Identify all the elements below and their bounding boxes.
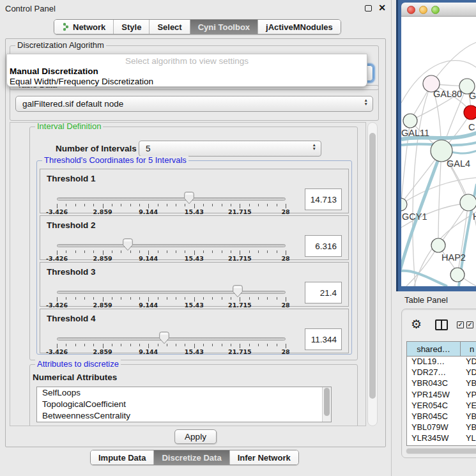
shared-name-cell[interactable]: YDL19… (407, 357, 461, 367)
tab-cyni-toolbox[interactable]: Cyni Toolbox (190, 20, 257, 34)
name-cell[interactable]: YDL1 (461, 357, 476, 367)
tick-mark (286, 297, 286, 302)
shared-name-cell[interactable]: YBR043C (407, 378, 461, 389)
name-cell[interactable]: YBR0 (461, 411, 476, 422)
table-row[interactable]: YPR145W YPR1 (407, 390, 476, 401)
slider-track[interactable] (57, 197, 286, 201)
attribute-list-item[interactable]: SelfLoops (37, 387, 331, 399)
slider-track[interactable] (57, 291, 286, 294)
float-window-icon[interactable] (365, 5, 372, 12)
slider[interactable]: -3.4262.8599.14415.4321.71528 (57, 309, 286, 353)
column-header-name[interactable]: n (461, 342, 476, 356)
table-data-combo[interactable]: galFiltered.sif default node ▲▼ (15, 96, 373, 112)
vertical-scrollbar[interactable] (367, 122, 378, 426)
list-scrollbar[interactable] (322, 387, 331, 422)
slider-track[interactable] (57, 337, 286, 341)
column-header-shared-name[interactable]: shared… (407, 342, 461, 356)
tab-jactivemnodules[interactable]: jActiveMNodules (257, 20, 341, 34)
slider-thumb[interactable] (184, 192, 194, 204)
tick-mark (57, 344, 58, 348)
table-row[interactable]: YBL079W YBL0 (407, 422, 476, 433)
shared-name-cell[interactable]: YIL052C (407, 445, 461, 447)
slider-scale-labels: -3.4262.8599.14415.4321.71528 (57, 255, 286, 261)
slider-thumb[interactable] (159, 332, 169, 344)
network-node[interactable] (431, 238, 445, 252)
shared-name-cell[interactable]: YER054C (407, 401, 461, 411)
tab-select[interactable]: Select (149, 20, 189, 34)
threshold-value-field[interactable]: 14.713 (305, 188, 342, 210)
table-row[interactable]: YBR045C YBR0 (407, 411, 476, 422)
name-cell[interactable]: YER0 (461, 401, 476, 411)
apply-button[interactable]: Apply (174, 429, 217, 444)
table-row[interactable]: YLR345W YLR3 (407, 433, 476, 444)
attributes-listbox[interactable]: SelfLoopsTopologicalCoefficientBetweenne… (36, 387, 332, 422)
scale-tick-label: -3.426 (46, 208, 68, 215)
network-window-titlebar[interactable] (401, 3, 476, 17)
attribute-list-item[interactable]: TopologicalCoefficient (37, 399, 331, 410)
network-node[interactable] (450, 268, 464, 282)
list-scrollbar-thumb[interactable] (324, 388, 330, 416)
tick-mark (258, 250, 259, 253)
table-row[interactable]: YDR27… YDR2 (407, 367, 476, 378)
gear-icon[interactable]: ⚙ (411, 318, 422, 330)
tick-mark (121, 297, 121, 300)
network-node[interactable] (403, 114, 417, 128)
tab-infer-network[interactable]: Infer Network (229, 450, 298, 464)
slider-thumb[interactable] (123, 238, 133, 251)
tab-style[interactable]: Style (113, 20, 149, 34)
name-cell[interactable]: YBR0 (461, 378, 476, 389)
zoom-traffic-light[interactable] (431, 6, 440, 14)
close-icon[interactable]: ✕ (378, 3, 386, 13)
tick-mark (130, 250, 131, 253)
network-node[interactable] (460, 194, 476, 211)
table-row[interactable]: YDL19… YDL1 (407, 357, 476, 367)
shared-name-cell[interactable]: YPR145W (407, 390, 461, 401)
split-view-icon[interactable] (435, 319, 448, 330)
threshold-value-field[interactable]: 11.344 (305, 328, 342, 350)
table-row[interactable]: YIL052C YIL0 (407, 445, 476, 447)
tick-mark (267, 297, 268, 300)
shared-name-cell[interactable]: YLR345W (407, 433, 461, 444)
slider[interactable]: -3.4262.8599.14415.4321.71528 (57, 216, 286, 259)
horizontal-scrollbar[interactable] (406, 448, 476, 454)
tab-discretize-data[interactable]: Discretize Data (153, 450, 229, 464)
slider-track[interactable] (57, 244, 286, 247)
horizontal-scrollbar-thumb[interactable] (406, 449, 476, 454)
popup-item-equal-width[interactable]: Equal Width/Frequency Discretization (7, 77, 367, 87)
name-cell[interactable]: YLR3 (461, 433, 476, 444)
minimize-traffic-light[interactable] (419, 6, 427, 14)
name-cell[interactable]: YBL0 (461, 422, 476, 433)
algorithm-dropdown-popup: Select algorithm to view settings Manual… (6, 54, 367, 87)
attribute-list-item[interactable]: BetweennessCentrality (37, 410, 331, 422)
tick-mark (267, 204, 268, 206)
name-cell[interactable]: YDR2 (461, 367, 476, 378)
threshold-value-field[interactable]: 6.316 (305, 235, 342, 257)
tick-mark (103, 204, 104, 208)
tab-impute-data[interactable]: Impute Data (91, 450, 153, 464)
vertical-scrollbar-thumb[interactable] (369, 133, 376, 399)
network-node[interactable] (464, 105, 476, 119)
close-traffic-light[interactable] (407, 6, 415, 14)
checkbox-icon[interactable]: ✓ (457, 321, 464, 328)
network-node[interactable] (401, 198, 407, 211)
number-of-intervals-combo[interactable]: 5 ▲▼ (139, 141, 321, 157)
node-table[interactable]: shared… n YDL19… YDL1 YDR27… YDR2 YBR043… (406, 341, 476, 446)
shared-name-cell[interactable]: YBL079W (407, 422, 461, 433)
name-cell[interactable]: YPR1 (461, 390, 476, 401)
table-row[interactable]: YER054C YER0 (407, 401, 476, 411)
name-cell[interactable]: YIL0 (461, 445, 476, 447)
shared-name-cell[interactable]: YDR27… (407, 367, 461, 378)
scale-tick-label: 2.859 (93, 348, 112, 355)
slider-thumb[interactable] (233, 285, 243, 298)
tick-mark (139, 344, 140, 346)
slider[interactable]: -3.4262.8599.14415.4321.71528 (57, 263, 286, 306)
shared-name-cell[interactable]: YBR045C (407, 411, 461, 422)
network-canvas[interactable]: GAL80GACGAL11GAL4GCY1HHAP2 (401, 17, 476, 286)
slider[interactable]: -3.4262.8599.14415.4321.71528 (57, 169, 286, 213)
checkbox-icon[interactable]: ✓ (466, 321, 473, 328)
table-row[interactable]: YBR043C YBR0 (407, 378, 476, 389)
popup-item-manual-discretization[interactable]: Manual Discretization (7, 66, 367, 77)
threshold-value-field[interactable]: 21.4 (305, 282, 342, 303)
tab-network[interactable]: Network (54, 20, 113, 34)
tab-select-label: Select (157, 22, 181, 32)
